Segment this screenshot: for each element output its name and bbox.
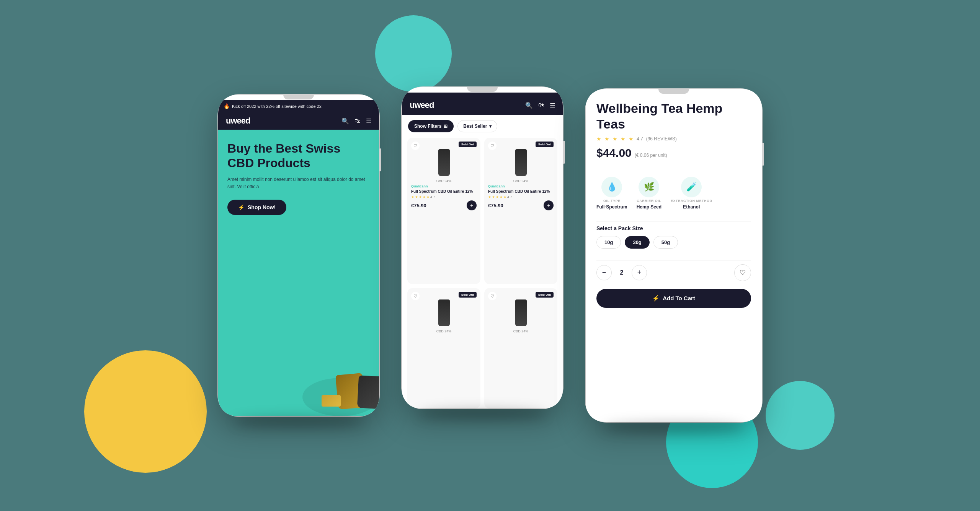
review-row: ★ ★ ★ ★ ★ 4.7 (96 REVIEWS) [596, 136, 751, 142]
phone-3-notch [658, 89, 689, 94]
product-tin [322, 395, 341, 407]
wishlist-button-detail[interactable]: ♡ [734, 264, 751, 281]
phone-2-side-button [563, 141, 565, 164]
search-icon[interactable]: 🔍 [341, 117, 349, 125]
sold-out-badge-3: Sold Out [459, 292, 477, 298]
price-row-2: €75.90 + [488, 200, 554, 210]
sold-out-badge-2: Sold Out [536, 142, 554, 147]
sold-out-badge-4: Sold Out [536, 292, 554, 298]
star-4: ★ [423, 195, 426, 199]
phone-2-notch [467, 87, 498, 92]
extraction-value: Ethanol [683, 204, 700, 210]
best-seller-sort[interactable]: Best Seller ▾ [457, 120, 497, 132]
product-card-4: ♡ Sold Out CBD 24% [484, 288, 557, 408]
oil-type-icon: 💧 [601, 177, 622, 197]
brand-logo-1: uweed [226, 116, 250, 126]
product-bag-2 [357, 375, 379, 409]
add-to-cart-button[interactable]: ⚡ Add To Cart [596, 289, 751, 308]
oil-type-label: OIL TYPE [603, 199, 621, 203]
rating-num-2: 4.7 [507, 195, 512, 199]
menu-icon-2[interactable]: ☰ [550, 102, 555, 109]
pack-sizes: 10g 30g 50g [596, 236, 751, 249]
hero-products [295, 340, 379, 416]
brand-logo-2: uweed [410, 100, 434, 110]
decoration-blob-yellow-left [84, 350, 207, 473]
shop-now-button[interactable]: ⚡ Shop Now! [227, 200, 286, 215]
phone-2-shadow [418, 408, 547, 420]
sold-out-badge-1: Sold Out [459, 142, 477, 147]
star-detail-1: ★ [596, 136, 601, 142]
star-1: ★ [411, 195, 414, 199]
product-image-1 [438, 149, 450, 176]
divider-1 [596, 165, 751, 165]
wishlist-icon-2[interactable]: ♡ [488, 142, 497, 150]
chevron-down-icon: ▾ [489, 124, 492, 129]
quantity-decrease-button[interactable]: − [596, 265, 612, 280]
lightning-icon: ⚡ [238, 204, 245, 210]
show-filters-button[interactable]: Show Filters ⊞ [408, 120, 454, 132]
promo-bar: 🔥 Kick off 2022 with 22% off sitewide wi… [218, 100, 379, 112]
best-seller-label: Best Seller [463, 124, 487, 129]
product-card-2: ♡ Sold Out CBD 24% Qualicann Full Spectr… [484, 138, 557, 284]
add-button-1[interactable]: + [467, 200, 477, 210]
star-p2-3: ★ [496, 195, 499, 199]
star-3: ★ [419, 195, 422, 199]
fire-icon: 🔥 [224, 103, 230, 109]
wishlist-icon-3[interactable]: ♡ [411, 292, 420, 300]
price-1: €75.90 [411, 203, 426, 208]
menu-icon[interactable]: ☰ [366, 117, 371, 125]
carrier-oil-value: Hemp Seed [637, 204, 662, 210]
star-2: ★ [415, 195, 418, 199]
star-detail-5: ★ [629, 136, 634, 142]
cbd-label-1: CBD 24% [411, 179, 477, 183]
filters-row: Show Filters ⊞ Best Seller ▾ [402, 115, 563, 138]
carrier-oil-label: CARRIER OIL [637, 199, 661, 203]
pack-10g-button[interactable]: 10g [596, 236, 621, 249]
quantity-row: − 2 + ♡ [596, 264, 751, 281]
products-grid: ♡ Sold Out CBD 24% Qualicann Full Spectr… [402, 138, 563, 408]
pack-30g-button[interactable]: 30g [625, 236, 649, 249]
cbd-label-3: CBD 24% [411, 329, 477, 333]
product-price: $44.00 [596, 146, 632, 159]
phone-1-screen: 🔥 Kick off 2022 with 22% off sitewide wi… [218, 95, 379, 416]
wishlist-icon-4[interactable]: ♡ [488, 292, 497, 300]
product-image-4 [515, 299, 527, 326]
promo-text: Kick off 2022 with 22% off sitewide with… [232, 104, 322, 109]
cart-icon[interactable]: 🛍 [354, 117, 361, 124]
carrier-oil-icon: 🌿 [639, 177, 659, 197]
add-to-cart-label: Add To Cart [663, 295, 695, 301]
attr-carrier-oil: 🌿 CARRIER OIL Hemp Seed [637, 177, 662, 210]
cbd-label-4: CBD 24% [488, 329, 554, 333]
star-detail-2: ★ [604, 136, 609, 142]
product-detail-title: Wellbeing Tea Hemp Teas [596, 101, 751, 132]
phone-1: 🔥 Kick off 2022 with 22% off sitewide wi… [218, 95, 379, 416]
phone-3-side-button [762, 143, 764, 166]
product-name-1: Full Spectrum CBD Oil Entire 12% [411, 189, 477, 194]
pack-size-section-title: Select a Pack Size [596, 225, 751, 231]
decoration-blob-teal-top [375, 15, 452, 92]
quantity-increase-button[interactable]: + [632, 265, 647, 280]
star-p2-2: ★ [492, 195, 495, 199]
add-button-2[interactable]: + [544, 200, 554, 210]
stars-row-2: ★ ★ ★ ★ ★ 4.7 [488, 195, 554, 199]
show-filters-label: Show Filters [414, 124, 441, 129]
search-icon-2[interactable]: 🔍 [525, 102, 533, 109]
quantity-value: 2 [618, 269, 626, 276]
phones-container: 🔥 Kick off 2022 with 22% off sitewide wi… [218, 89, 762, 422]
phone-3-screen: Wellbeing Tea Hemp Teas ★ ★ ★ ★ ★ 4.7 (9… [586, 89, 762, 422]
wishlist-icon-1[interactable]: ♡ [411, 142, 420, 150]
review-count: (96 REVIEWS) [646, 136, 677, 142]
cart-icon-2[interactable]: 🛍 [538, 102, 544, 109]
product-card-1: ♡ Sold Out CBD 24% Qualicann Full Spectr… [407, 138, 480, 284]
phone-2-screen: uweed 🔍 🛍 ☰ Show Filters ⊞ Best Seller [402, 87, 563, 408]
phone-1-side-button [379, 148, 381, 171]
rating-value: 4.7 [637, 136, 643, 142]
price-per-unit: (€ 0.06 per unit) [635, 153, 667, 158]
phone-3-shadow [603, 422, 744, 433]
star-detail-3: ★ [612, 136, 617, 142]
pack-50g-button[interactable]: 50g [653, 236, 678, 249]
cart-lightning-icon: ⚡ [652, 295, 660, 302]
product-image-3 [438, 299, 450, 326]
stars-row-1: ★ ★ ★ ★ ★ 4.7 [411, 195, 477, 199]
hero-title: Buy the Best Swiss CBD Products [227, 141, 370, 171]
